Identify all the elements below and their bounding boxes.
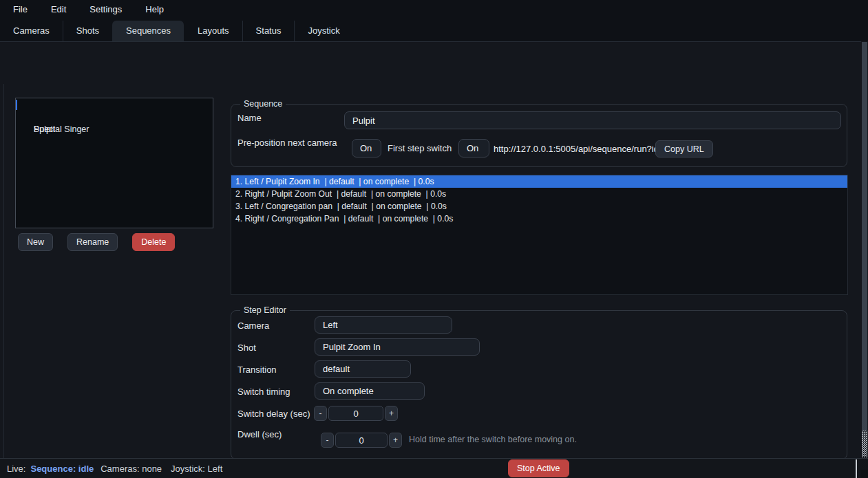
- preposition-label: Pre-position next camera: [237, 138, 337, 148]
- status-separator: [856, 459, 857, 478]
- switch-timing-combobox[interactable]: On complete: [315, 382, 425, 400]
- switch-delay-decrement-button[interactable]: -: [314, 406, 327, 421]
- status-items: Live: Sequence: idle Cameras: none Joyst…: [7, 459, 222, 478]
- transition-combobox[interactable]: default: [315, 360, 411, 378]
- status-corner: [860, 470, 868, 478]
- first-step-switch-combobox[interactable]: On: [458, 139, 489, 157]
- joystick-status: Joystick: Left: [171, 464, 222, 474]
- copy-url-button[interactable]: Copy URL: [655, 140, 713, 157]
- step-row-1[interactable]: 1. Left / Pulpit Zoom In | default | on …: [231, 175, 847, 188]
- dwell-increment-button[interactable]: +: [389, 433, 402, 448]
- sequences-page: Pulpit Special Singer New Rename Delete …: [0, 41, 868, 458]
- tab-joystick[interactable]: Joystick: [294, 21, 352, 41]
- menu-help[interactable]: Help: [134, 0, 176, 19]
- tab-layouts[interactable]: Layouts: [184, 21, 242, 41]
- camera-label: Camera: [237, 321, 269, 331]
- sequence-listbox[interactable]: Pulpit Special Singer: [15, 98, 213, 228]
- sequence-list-item-pulpit[interactable]: Pulpit: [16, 98, 213, 111]
- switch-timing-label: Switch timing: [237, 387, 290, 397]
- menubar: File Edit Settings Help: [0, 0, 868, 19]
- rename-sequence-button[interactable]: Rename: [67, 233, 118, 251]
- sequence-group: Sequence Name Pre-position next camera O…: [231, 104, 847, 167]
- tabbar: Cameras Shots Sequences Layouts Status J…: [0, 19, 868, 41]
- switch-delay-increment-button[interactable]: +: [385, 406, 398, 421]
- sequence-name-input[interactable]: [344, 111, 841, 129]
- live-label: Live:: [7, 464, 25, 474]
- shot-label: Shot: [237, 343, 256, 353]
- dwell-hint-text: Hold time after the switch before moving…: [409, 435, 577, 444]
- sequence-status: Sequence: idle: [30, 464, 94, 474]
- transition-label: Transition: [237, 365, 277, 375]
- scrollbar-groove[interactable]: [862, 431, 867, 457]
- status-bar: Live: Sequence: idle Cameras: none Joyst…: [0, 458, 868, 478]
- tab-status[interactable]: Status: [242, 21, 295, 41]
- step-editor-group: Step Editor Camera Left Shot Pulpit Zoom…: [231, 310, 847, 459]
- shot-combobox[interactable]: Pulpit Zoom In: [315, 338, 480, 356]
- stop-active-button[interactable]: Stop Active: [508, 459, 569, 477]
- sequence-list-item-special-singer[interactable]: Special Singer: [16, 111, 213, 123]
- dwell-input[interactable]: [335, 433, 388, 448]
- tab-sequences[interactable]: Sequences: [112, 21, 184, 41]
- tab-cameras[interactable]: Cameras: [0, 21, 63, 41]
- dwell-decrement-button[interactable]: -: [321, 433, 334, 448]
- menu-edit[interactable]: Edit: [39, 0, 78, 19]
- step-row-2[interactable]: 2. Right / Pulpit Zoom Out | default | o…: [231, 188, 847, 200]
- vertical-scrollbar[interactable]: [861, 41, 868, 457]
- cameras-status: Cameras: none: [100, 464, 162, 474]
- step-listbox[interactable]: 1. Left / Pulpit Zoom In | default | on …: [231, 175, 848, 295]
- sequence-list-buttons: New Rename Delete: [18, 233, 175, 251]
- sequence-item-label: Special Singer: [34, 124, 89, 134]
- camera-combobox[interactable]: Left: [315, 316, 452, 334]
- step-row-4[interactable]: 4. Right / Congregation Pan | default | …: [231, 213, 847, 225]
- selection-caret: [16, 100, 17, 110]
- switch-delay-input[interactable]: [328, 406, 383, 421]
- preposition-combobox[interactable]: On: [352, 139, 381, 157]
- step-row-3[interactable]: 3. Left / Congregation pan | default | o…: [231, 200, 847, 213]
- switch-delay-label: Switch delay (sec): [237, 409, 310, 419]
- delete-sequence-button[interactable]: Delete: [132, 233, 175, 251]
- menu-file[interactable]: File: [1, 0, 39, 19]
- scrollbar-thumb[interactable]: [862, 42, 867, 431]
- menu-settings[interactable]: Settings: [78, 0, 134, 19]
- sequence-group-title: Sequence: [240, 99, 286, 109]
- new-sequence-button[interactable]: New: [18, 233, 53, 251]
- frame-divider: [3, 84, 4, 478]
- step-editor-group-title: Step Editor: [240, 305, 290, 316]
- dwell-label: Dwell (sec): [237, 429, 282, 439]
- first-step-switch-label: First step switch: [388, 143, 452, 153]
- name-label: Name: [237, 113, 262, 123]
- tab-shots[interactable]: Shots: [63, 21, 112, 41]
- run-url-text: http://127.0.0.1:5005/api/sequence/run?i…: [494, 144, 669, 154]
